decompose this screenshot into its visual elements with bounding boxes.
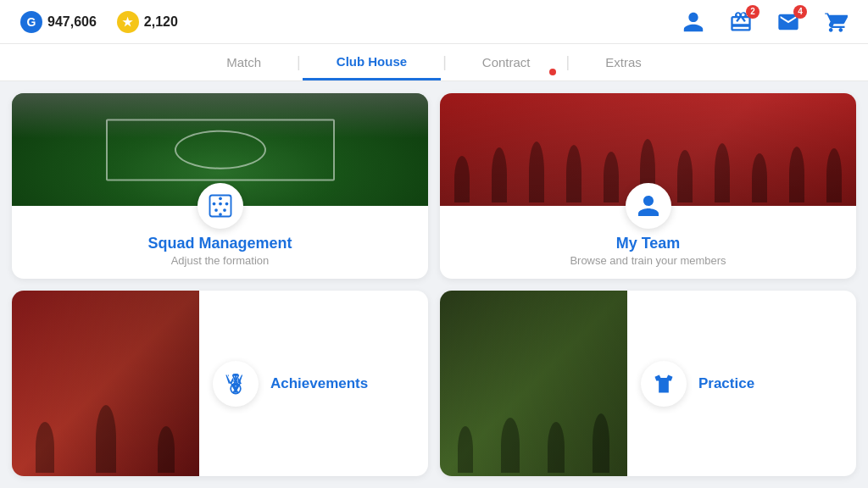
svg-point-1 — [219, 197, 222, 200]
squad-management-card[interactable]: Squad Management Adjust the formation — [12, 93, 428, 279]
jersey-icon — [652, 372, 676, 396]
mail-badge: 4 — [793, 5, 807, 19]
practice-icon-circle — [641, 361, 687, 407]
mail-button[interactable]: 4 — [776, 10, 800, 34]
cart-icon — [824, 10, 848, 34]
medal-icon — [224, 372, 248, 396]
nav-contract[interactable]: Contract — [448, 44, 565, 80]
achievements-image-area — [12, 291, 199, 476]
gold-icon: G — [20, 11, 42, 33]
svg-point-6 — [223, 208, 226, 212]
main-grid: Squad Management Adjust the formation — [0, 81, 868, 488]
myteam-icon-circle — [626, 183, 671, 229]
profile-icon — [682, 10, 705, 34]
gold-value: 947,606 — [47, 14, 97, 30]
practice-card[interactable]: Practice — [440, 291, 856, 476]
squad-title: Squad Management — [12, 235, 428, 252]
cart-button[interactable] — [824, 10, 848, 34]
achievements-background — [12, 291, 199, 476]
practice-text: Practice — [698, 375, 754, 392]
svg-point-4 — [225, 202, 228, 206]
myteam-subtitle: Browse and train your members — [440, 254, 856, 267]
achievements-icon-circle — [213, 361, 259, 407]
person-icon — [636, 193, 661, 219]
practice-silhouettes — [440, 291, 627, 476]
currency-area: G 947,606 ★ 2,120 — [20, 11, 178, 33]
gold-currency: G 947,606 — [20, 11, 97, 33]
gift-badge: 2 — [746, 5, 760, 19]
action-icons: 2 4 — [682, 10, 848, 34]
svg-point-2 — [212, 202, 215, 206]
top-bar: G 947,606 ★ 2,120 2 4 — [0, 0, 868, 44]
nav-divider-2: | — [441, 53, 448, 71]
formation-icon — [208, 193, 233, 219]
contract-dot — [549, 69, 556, 75]
practice-content: Practice — [627, 291, 856, 476]
svg-rect-10 — [232, 374, 238, 375]
nav-match[interactable]: Match — [192, 44, 295, 80]
nav-clubhouse[interactable]: Club House — [303, 44, 441, 80]
nav-extras[interactable]: Extras — [571, 44, 676, 80]
achievements-content: Achievements — [199, 291, 428, 476]
practice-title: Practice — [698, 375, 754, 392]
practice-background — [440, 291, 627, 476]
star-currency: ★ 2,120 — [117, 11, 178, 33]
team-image-area — [440, 93, 856, 206]
practice-image-area — [440, 291, 627, 476]
svg-point-5 — [214, 208, 218, 212]
squad-subtitle: Adjust the formation — [12, 254, 428, 267]
myteam-title: My Team — [440, 235, 856, 252]
pitch-circle — [174, 130, 265, 169]
svg-point-7 — [219, 213, 222, 216]
profile-button[interactable] — [682, 10, 705, 34]
star-value: 2,120 — [144, 14, 178, 30]
svg-point-3 — [219, 202, 222, 206]
nav-divider-3: | — [565, 53, 572, 71]
gift-button[interactable]: 2 — [729, 10, 753, 34]
nav-divider-1: | — [295, 53, 303, 71]
achievements-text: Achievements — [270, 375, 368, 392]
squad-icon-circle — [198, 183, 243, 229]
my-team-card[interactable]: My Team Browse and train your members — [440, 93, 856, 279]
achieve-silhouettes — [12, 291, 199, 476]
achievements-card[interactable]: Achievements — [12, 291, 428, 476]
star-icon: ★ — [117, 11, 139, 33]
nav-bar: Match | Club House | Contract | Extras — [0, 44, 868, 81]
achievements-title: Achievements — [270, 375, 368, 392]
squad-image-area — [12, 93, 428, 206]
